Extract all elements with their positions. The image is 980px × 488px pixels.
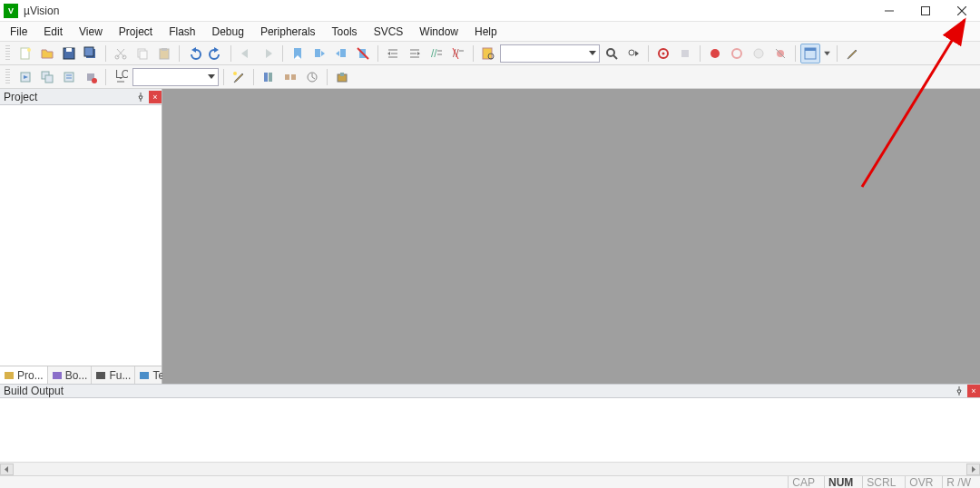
toolbar-grip[interactable] <box>5 45 10 62</box>
manage-books-button[interactable] <box>259 67 279 87</box>
svg-point-73 <box>233 72 237 75</box>
pin-icon[interactable] <box>953 385 965 397</box>
maximize-button[interactable] <box>907 0 944 22</box>
panel-tab-books-icon[interactable]: Bo... <box>48 366 93 384</box>
menu-debug[interactable]: Debug <box>204 22 252 41</box>
build-batch-button[interactable] <box>59 67 79 87</box>
undo-button[interactable] <box>184 44 204 63</box>
toolbar-separator <box>377 45 378 62</box>
menu-tools[interactable]: Tools <box>324 22 366 41</box>
svg-point-48 <box>629 50 634 55</box>
svg-rect-59 <box>805 48 816 51</box>
app-icon: V <box>4 4 18 18</box>
manage-rtos-button[interactable] <box>302 67 322 87</box>
svg-marker-18 <box>191 47 196 53</box>
copy-button[interactable] <box>132 44 152 63</box>
scroll-left-button[interactable] <box>0 464 14 475</box>
menu-flash[interactable]: Flash <box>161 22 203 41</box>
toolbar-separator <box>223 69 224 85</box>
status-num: NUM <box>824 476 857 489</box>
find-button[interactable] <box>602 44 622 63</box>
find-next-button[interactable] <box>623 44 643 63</box>
bookmark-clear-button[interactable] <box>353 44 373 63</box>
target-combo[interactable] <box>132 68 219 86</box>
pin-icon[interactable] <box>134 91 147 103</box>
target-options-button[interactable] <box>229 67 249 87</box>
toolbar-separator <box>105 69 106 85</box>
project-tree[interactable] <box>0 105 162 366</box>
bookmark-toggle-button[interactable] <box>288 44 308 63</box>
nav-fwd-button[interactable] <box>258 44 278 63</box>
panel-tab-functions-icon[interactable]: Fu... <box>92 366 135 384</box>
uncomment-button[interactable]: // <box>448 44 468 63</box>
svg-rect-9 <box>84 47 93 56</box>
menu-help[interactable]: Help <box>466 22 505 41</box>
build-target-button[interactable] <box>15 67 35 87</box>
mdi-client-area <box>162 89 980 384</box>
configure-button[interactable] <box>842 44 862 63</box>
find-combo[interactable] <box>500 44 600 63</box>
close-panel-icon[interactable]: × <box>967 385 980 397</box>
save-all-button[interactable] <box>81 44 101 63</box>
open-file-button[interactable] <box>37 44 57 63</box>
pack-installer-button[interactable] <box>332 67 352 87</box>
close-button[interactable] <box>944 0 980 22</box>
redo-button[interactable] <box>206 44 226 63</box>
svg-rect-74 <box>264 73 268 82</box>
project-panel-tabs: Pro...Bo...Fu...Te... <box>0 366 162 384</box>
breakpoint-disable-button[interactable] <box>749 44 769 63</box>
window-mode-dropdown[interactable] <box>822 44 832 63</box>
svg-rect-83 <box>5 372 14 379</box>
paste-button[interactable] <box>154 44 174 63</box>
horizontal-scrollbar[interactable] <box>0 462 980 475</box>
comment-button[interactable]: // <box>426 44 446 63</box>
breakpoint-kill-button[interactable] <box>770 44 790 63</box>
panel-tab-project-icon[interactable]: Pro... <box>0 366 48 384</box>
bookmark-next-button[interactable] <box>331 44 351 63</box>
svg-rect-7 <box>66 48 72 52</box>
menu-edit[interactable]: Edit <box>35 22 71 41</box>
status-scrl: SCRL <box>862 476 899 489</box>
toolbar-separator <box>473 45 474 62</box>
stop-build-button[interactable] <box>81 67 101 87</box>
menu-project[interactable]: Project <box>111 22 161 41</box>
build-output[interactable] <box>0 398 980 462</box>
scroll-right-button[interactable] <box>966 464 980 475</box>
nav-back-button[interactable] <box>236 44 256 63</box>
toolbar-separator <box>179 45 180 62</box>
scroll-track[interactable] <box>14 464 966 475</box>
window-mode-button[interactable] <box>800 44 820 63</box>
menu-svcs[interactable]: SVCS <box>366 22 412 41</box>
svg-rect-1 <box>922 6 930 15</box>
indent-right-button[interactable] <box>405 44 425 63</box>
svg-marker-27 <box>336 51 339 56</box>
build-all-button[interactable] <box>37 67 57 87</box>
svg-marker-20 <box>241 49 248 58</box>
menu-file[interactable]: File <box>2 22 35 41</box>
debug-button[interactable] <box>653 44 673 63</box>
cut-button[interactable] <box>111 44 131 63</box>
indent-left-button[interactable] <box>383 44 403 63</box>
new-file-button[interactable] <box>15 44 35 63</box>
svg-rect-76 <box>285 74 289 80</box>
build-output-title: Build Output <box>4 385 64 397</box>
svg-marker-37 <box>417 52 420 55</box>
svg-point-5 <box>27 48 31 52</box>
svg-marker-60 <box>824 51 830 55</box>
stop-button[interactable] <box>675 44 695 63</box>
breakpoint-insert-button[interactable] <box>705 44 725 63</box>
manage-components-button[interactable] <box>280 67 300 87</box>
svg-marker-88 <box>972 466 975 473</box>
download-button[interactable]: LOAD <box>111 67 131 87</box>
breakpoint-remove-button[interactable] <box>727 44 747 63</box>
find-in-files-button[interactable] <box>478 44 498 63</box>
bookmark-prev-button[interactable] <box>309 44 329 63</box>
svg-rect-15 <box>140 51 147 59</box>
toolbar-grip[interactable] <box>5 69 10 85</box>
minimize-button[interactable] <box>871 0 907 22</box>
menu-window[interactable]: Window <box>411 22 466 41</box>
menu-view[interactable]: View <box>71 22 111 41</box>
save-file-button[interactable] <box>59 44 79 63</box>
close-panel-icon[interactable]: × <box>149 91 162 103</box>
menu-peripherals[interactable]: Peripherals <box>252 22 324 41</box>
